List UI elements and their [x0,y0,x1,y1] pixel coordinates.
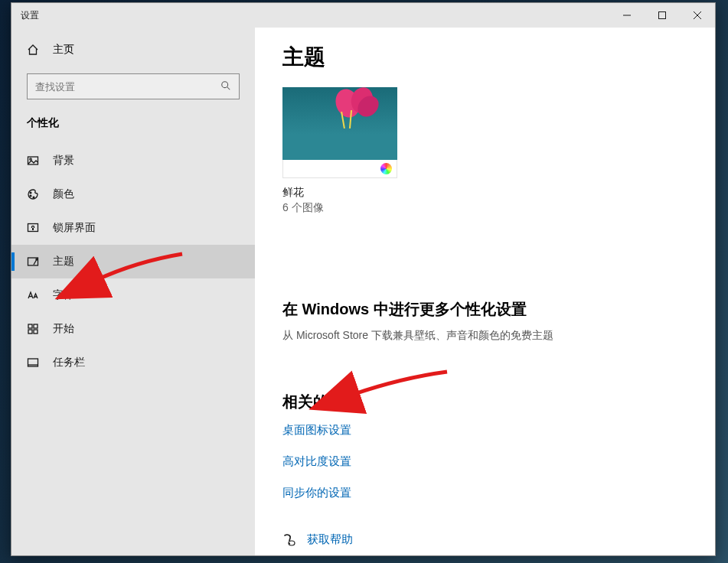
sidebar-item-label: 主题 [53,255,74,268]
sidebar-item-start[interactable]: 开始 [11,312,255,346]
home-icon [27,44,39,56]
sidebar: 主页 个性化 背景 颜色 锁屏界面 [11,28,255,555]
settings-window: 设置 主页 [11,2,716,556]
svg-point-8 [30,192,31,194]
sidebar-item-label: 颜色 [53,187,74,201]
theme-thumbnail [282,87,397,160]
sidebar-item-taskbar[interactable]: 任务栏 [11,346,255,379]
svg-point-9 [30,195,31,197]
footer-links: 获取帮助 提供反馈 [282,532,715,555]
sidebar-section-label: 个性化 [11,113,255,144]
font-icon [27,289,39,301]
start-icon [27,323,39,335]
svg-rect-17 [28,330,32,334]
more-personalization-heading: 在 Windows 中进行更多个性化设置 [282,299,715,320]
related-settings-heading: 相关的设置 [282,392,715,412]
palette-icon [27,188,39,200]
picture-icon [27,155,39,167]
taskbar-icon [27,356,39,369]
svg-point-4 [222,81,228,87]
page-title: 主题 [282,43,715,72]
more-personalization-desc: 从 Microsoft Store 下载兼具壁纸、声音和颜色的免费主题 [282,329,715,343]
link-get-help[interactable]: 获取帮助 [282,532,715,547]
window-controls [609,3,715,28]
help-label: 获取帮助 [307,532,353,547]
link-high-contrast-settings[interactable]: 高对比度设置 [282,454,715,469]
sidebar-item-themes[interactable]: 主题 [11,245,255,278]
sidebar-item-label: 锁屏界面 [53,221,96,235]
colorwheel-icon [380,163,392,174]
sidebar-item-label: 开始 [53,322,74,336]
svg-rect-12 [32,228,34,230]
sidebar-item-colors[interactable]: 颜色 [11,177,255,211]
home-label: 主页 [53,43,74,57]
window-title: 设置 [11,9,39,22]
link-desktop-icon-settings[interactable]: 桌面图标设置 [282,423,715,438]
theme-image-count: 6 个图像 [282,201,397,215]
sidebar-item-background[interactable]: 背景 [11,144,255,177]
minimize-button[interactable] [609,3,645,28]
search-icon [220,80,231,93]
sidebar-item-fonts[interactable]: 字体 [11,278,255,312]
link-sync-settings[interactable]: 同步你的设置 [282,486,715,500]
sidebar-item-label: 背景 [53,154,74,168]
theme-name: 鲜花 [282,186,397,200]
svg-rect-18 [34,330,38,334]
svg-rect-16 [34,324,38,328]
svg-point-10 [33,197,34,198]
svg-rect-1 [659,12,666,19]
main-panel: 主题 鲜花 6 个图像 在 Windows 中进行更多个性化设置 从 Micro… [255,28,715,555]
search-box[interactable] [27,73,240,99]
help-icon [282,533,296,547]
svg-line-5 [227,86,230,89]
lockscreen-icon [27,222,39,234]
sidebar-item-label: 任务栏 [53,356,85,369]
sidebar-item-label: 字体 [53,288,74,302]
close-button[interactable] [680,3,715,28]
sidebar-home[interactable]: 主页 [11,35,255,66]
theme-icon [27,255,39,268]
flower-image [328,87,382,125]
sidebar-nav: 背景 颜色 锁屏界面 主题 字体 [11,144,255,379]
svg-point-7 [30,158,31,160]
sidebar-item-lockscreen[interactable]: 锁屏界面 [11,211,255,245]
theme-bar [282,160,397,178]
svg-rect-15 [28,324,32,328]
search-input[interactable] [35,81,214,93]
content: 主页 个性化 背景 颜色 锁屏界面 [11,28,715,555]
theme-card[interactable]: 鲜花 6 个图像 [282,87,397,215]
titlebar: 设置 [11,3,715,28]
maximize-button[interactable] [645,3,680,28]
